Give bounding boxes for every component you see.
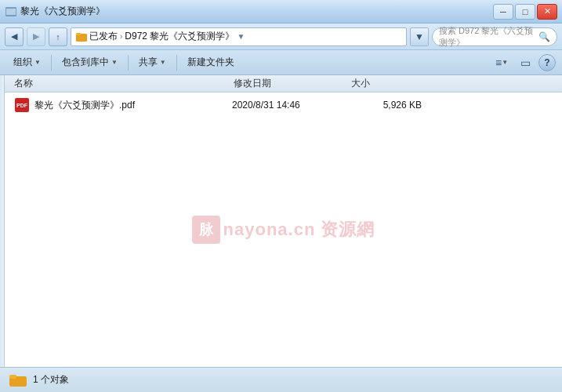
column-headers: 名称 修改日期 大小 <box>5 75 562 93</box>
file-list: PDF 黎光《六爻预测学》.pdf 2020/8/31 14:46 5,926 … <box>5 93 562 367</box>
path-segment-1: 已发布 <box>89 30 118 43</box>
file-size: 5,926 KB <box>350 100 428 111</box>
address-path[interactable]: 已发布 › D972 黎光《六爻预测学》 ▼ <box>71 27 407 46</box>
view-arrow: ▼ <box>502 59 508 66</box>
toolbar-separator-1 <box>51 55 52 71</box>
search-placeholder: 搜索 D972 黎光《六爻预测学》 <box>439 25 535 49</box>
maximize-button[interactable]: □ <box>515 4 535 20</box>
preview-icon: ▭ <box>520 56 531 69</box>
svg-rect-3 <box>76 33 81 35</box>
title-bar: 黎光《六爻预测学》 ─ □ ✕ <box>0 0 562 24</box>
share-arrow: ▼ <box>160 59 166 66</box>
col-header-date[interactable]: 修改日期 <box>230 75 348 92</box>
view-icon: ≡ <box>495 56 502 69</box>
help-button[interactable]: ? <box>538 54 556 71</box>
toolbar: 组织 ▼ 包含到库中 ▼ 共享 ▼ 新建文件夹 ≡ ▼ ▭ ? <box>0 50 562 75</box>
path-arrow-2: ▼ <box>237 32 245 41</box>
toolbar-right: ≡ ▼ ▭ ? <box>491 53 556 72</box>
folder-icon <box>76 31 87 42</box>
status-folder-icon <box>9 373 27 387</box>
organize-label: 组织 <box>13 56 32 69</box>
watermark-text: nayona.cn 资源網 <box>223 218 375 241</box>
watermark-logo-text: 脉 <box>199 220 213 239</box>
include-arrow: ▼ <box>111 59 118 66</box>
window-title: 黎光《六爻预测学》 <box>20 5 105 18</box>
close-button[interactable]: ✕ <box>537 4 557 20</box>
refresh-button[interactable]: ▼ <box>410 27 429 46</box>
file-area: 名称 修改日期 大小 PDF 黎光《六爻预测学》.pdf 2020/8/31 1… <box>5 75 562 367</box>
new-folder-button[interactable]: 新建文件夹 <box>180 53 241 73</box>
table-row[interactable]: PDF 黎光《六爻预测学》.pdf 2020/8/31 14:46 5,926 … <box>11 96 556 114</box>
path-content: 已发布 › D972 黎光《六爻预测学》 ▼ <box>76 30 245 43</box>
minimize-button[interactable]: ─ <box>493 4 513 20</box>
status-bar: 1 个对象 <box>0 367 562 392</box>
watermark-logo: 脉 <box>192 216 220 244</box>
title-bar-left: 黎光《六爻预测学》 <box>5 5 105 18</box>
file-name: 黎光《六爻预测学》.pdf <box>34 99 232 112</box>
preview-button[interactable]: ▭ <box>515 53 535 72</box>
organize-arrow: ▼ <box>34 59 41 66</box>
path-segment-2: D972 黎光《六爻预测学》 <box>125 30 234 43</box>
view-button[interactable]: ≡ ▼ <box>491 53 512 72</box>
col-header-name[interactable]: 名称 <box>11 75 230 92</box>
col-header-size[interactable]: 大小 <box>348 75 426 92</box>
svg-rect-5 <box>9 375 16 379</box>
watermark: 脉 nayona.cn 资源網 <box>192 216 375 244</box>
svg-rect-1 <box>6 9 16 15</box>
address-bar: ◀ ▶ ↑ 已发布 › D972 黎光《六爻预测学》 ▼ ▼ 搜索 D972 黎… <box>0 24 562 50</box>
search-box[interactable]: 搜索 D972 黎光《六爻预测学》 🔍 <box>432 27 557 46</box>
file-date: 2020/8/31 14:46 <box>232 100 350 111</box>
toolbar-separator-3 <box>176 55 177 71</box>
file-icon: PDF <box>14 98 30 112</box>
share-label: 共享 <box>139 56 158 69</box>
search-icon[interactable]: 🔍 <box>538 31 550 42</box>
up-button[interactable]: ↑ <box>49 27 67 46</box>
organize-button[interactable]: 组织 ▼ <box>6 53 48 73</box>
window-icon <box>5 5 17 18</box>
main-content: 名称 修改日期 大小 PDF 黎光《六爻预测学》.pdf 2020/8/31 1… <box>0 75 562 367</box>
pdf-icon: PDF <box>15 98 29 112</box>
share-button[interactable]: 共享 ▼ <box>132 53 173 73</box>
toolbar-separator-2 <box>128 55 129 71</box>
path-arrow-1: › <box>120 32 122 41</box>
forward-button[interactable]: ▶ <box>27 27 45 46</box>
include-label: 包含到库中 <box>62 56 109 69</box>
include-library-button[interactable]: 包含到库中 ▼ <box>55 53 125 73</box>
new-folder-label: 新建文件夹 <box>187 56 234 69</box>
status-text: 1 个对象 <box>33 373 69 387</box>
back-button[interactable]: ◀ <box>5 27 24 46</box>
window-controls: ─ □ ✕ <box>493 4 557 20</box>
